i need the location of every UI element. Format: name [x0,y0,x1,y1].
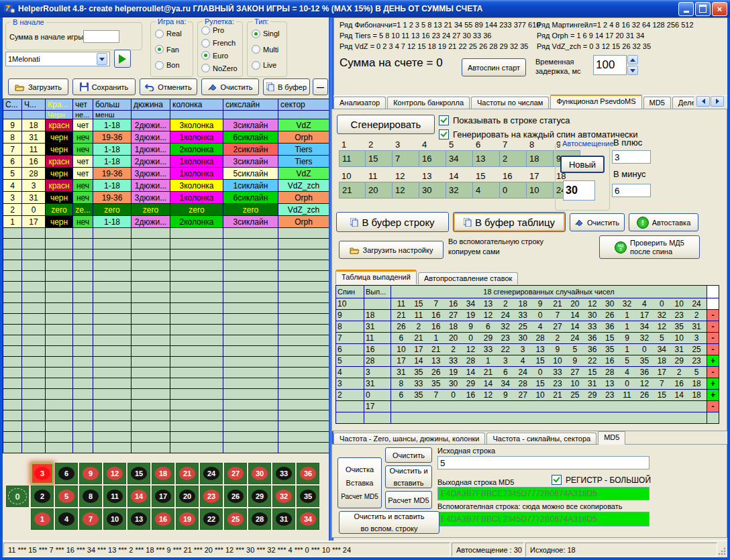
roulette-cell-22[interactable]: 22 [200,508,223,530]
close-button[interactable]: × [712,2,727,16]
buffer-table-button[interactable]: В буфер таблицу [453,212,566,232]
clear-generated-button[interactable]: Очистить [570,213,625,231]
roulette-cell-36[interactable]: 36 [297,463,319,484]
roulette-cell-20[interactable]: 20 [176,486,199,507]
radio-Singl[interactable]: Singl [252,30,286,38]
save-button[interactable]: Сохранить [72,78,136,95]
roulette-cell-3[interactable]: 3 [31,463,54,484]
results-col-header[interactable]: сикслайн [223,99,278,111]
roulette-cell-18[interactable]: 18 [152,463,174,484]
main-tab-1[interactable]: Контроль банкролла [387,97,470,109]
show-in-status-checkbox[interactable]: Показывать в строке статуса [439,115,570,125]
minimize-button[interactable] [678,2,694,16]
md5-source-input[interactable] [437,456,649,469]
spins-header-out[interactable]: Вып... [364,286,391,298]
roulette-cell-13[interactable]: 13 [127,508,150,530]
roulette-cell-10[interactable]: 10 [103,508,126,530]
md5-big-button[interactable]: Очистка Вставка Расчет MD5 [337,457,382,508]
clear-button[interactable]: Очистить [201,78,259,95]
roulette-cell-5[interactable]: 5 [55,486,78,507]
roulette-cell-12[interactable]: 12 [103,463,126,484]
bottom-tab-2[interactable]: MD5 [598,431,625,445]
roulette-cell-27[interactable]: 27 [224,463,247,484]
roulette-cell-2[interactable]: 2 [31,486,54,507]
radio-French[interactable]: French [201,39,242,48]
main-tab-3[interactable]: Функционал PsevdoMS [550,95,641,109]
md5-calc-button[interactable]: Расчет MD5 [385,491,432,509]
radio-Bon[interactable]: Bon [155,61,193,70]
roulette-cell-25[interactable]: 25 [224,508,247,530]
md5-clear-aux-button[interactable]: Очистить и вставить во вспом. строку [339,511,439,534]
main-tab-2[interactable]: Частоты по числам [471,97,549,109]
results-col-header[interactable]: сектор [278,99,329,111]
autobet-button[interactable]: ! Автоставка [629,213,698,231]
tab-scroll-right-button[interactable] [711,96,724,107]
spins-header-nums[interactable]: 18 сгенерированных случайных чисел [391,286,707,298]
sub-tab-0[interactable]: Таблица выпадений [335,270,417,284]
roulette-cell-35[interactable]: 35 [297,486,319,507]
combo-dropdown-button[interactable] [97,53,107,65]
md5-uppercase-checkbox[interactable]: РЕГИСТР - БОЛЬШОЙ [552,475,651,485]
radio-Fan[interactable]: Fan [155,45,193,54]
new-shift-button[interactable]: Новый [560,156,605,173]
results-col-header[interactable]: дюжина [132,99,170,111]
results-col-header[interactable]: больш [93,99,132,111]
roulette-cell-32[interactable]: 32 [272,486,295,507]
main-tab-0[interactable]: Анализатор [333,97,386,109]
play-button[interactable] [114,50,131,68]
roulette-cell-11[interactable]: 11 [103,486,126,507]
undo-button[interactable]: Отменить [140,78,197,95]
spins-header-spin[interactable]: Спин [336,286,364,298]
minus-input[interactable] [612,184,651,197]
load-button[interactable]: Загрузить [8,78,68,95]
tab-scroll-left-button[interactable] [696,96,710,107]
start-sum-input[interactable] [83,30,119,43]
roulette-cell-30[interactable]: 30 [248,463,271,484]
md5-output-field[interactable]: E4DA3B7FBBCE2345D7772B0674A318D5 [437,487,649,500]
roulette-cell-1[interactable]: 1 [31,508,54,530]
roulette-cell-9[interactable]: 9 [79,463,102,484]
roulette-cell-17[interactable]: 17 [152,486,174,507]
plus-input[interactable] [612,150,651,164]
roulette-cell-7[interactable]: 7 [79,508,102,530]
delay-spin-up-button[interactable] [627,55,638,64]
roulette-cell-6[interactable]: 6 [55,463,78,484]
bottom-tab-0[interactable]: Частота - Zero, шансы, дюжины, колонки [333,433,485,445]
main-tab-4[interactable]: MD5 [643,97,671,109]
delay-spinner-value[interactable]: 100 [593,55,627,75]
roulette-cell-24[interactable]: 24 [200,463,223,484]
roulette-cell-14[interactable]: 14 [127,486,150,507]
radio-Live[interactable]: Live [252,61,286,70]
radio-NoZero[interactable]: NoZero [201,64,242,72]
results-col-header[interactable]: С... [3,99,22,111]
buffer-row-button[interactable]: В буфер строку [336,212,449,232]
md5-aux-field[interactable]: E4DA3B7FBBCE2345D7772B0674A318D5 [437,512,649,526]
roulette-cell-26[interactable]: 26 [224,486,247,507]
roulette-cell-0[interactable]: 0 [6,486,29,507]
results-col-header[interactable]: Кра... [46,99,73,111]
results-col-header[interactable]: колонка [170,99,223,111]
roulette-cell-23[interactable]: 23 [200,486,223,507]
generate-each-spin-checkbox[interactable]: Генерировать на каждый спин автоматическ… [439,129,638,139]
roulette-cell-15[interactable]: 15 [127,463,150,484]
resize-grip[interactable] [718,547,726,557]
delay-spin-down-button[interactable] [627,66,638,75]
roulette-cell-31[interactable]: 31 [272,508,295,530]
results-col-header[interactable]: чет [73,99,93,111]
autospin-start-button[interactable]: Автоспин старт [462,58,526,76]
roulette-cell-33[interactable]: 33 [272,463,295,484]
results-col-header[interactable]: Ч... [22,99,46,111]
radio-Pro[interactable]: Pro [201,26,242,35]
radio-Multi[interactable]: Multi [252,45,286,54]
to-buffer-button[interactable]: В буфер [263,78,310,95]
md5-clear-paste-button[interactable]: Очистить и вставить [385,465,432,488]
bottom-tab-1[interactable]: Частота - сиклайны, сектора [486,433,596,445]
roulette-cell-19[interactable]: 19 [176,508,199,530]
autoshift-value-input[interactable]: 30 [563,180,595,201]
main-tab-5[interactable]: Деление кол [672,97,694,109]
roulette-cell-4[interactable]: 4 [55,508,78,530]
roulette-cell-34[interactable]: 34 [297,508,319,530]
roulette-cell-28[interactable]: 28 [248,508,271,530]
sub-tab-1[interactable]: Автопроставление ставок [418,272,518,284]
collapse-button[interactable]: — [313,78,328,95]
